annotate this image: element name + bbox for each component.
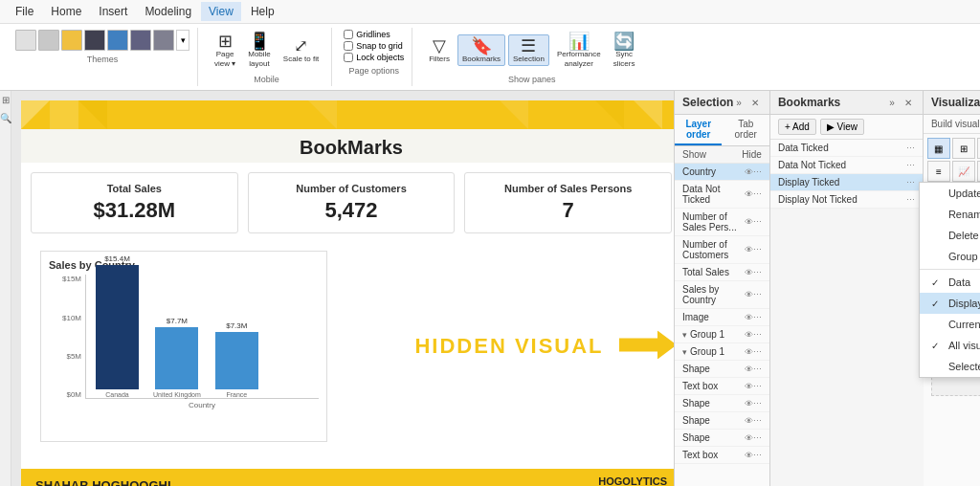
ctx-selected-visuals[interactable]: Selected visuals bbox=[920, 356, 980, 377]
theme-1[interactable] bbox=[15, 30, 36, 51]
item-country-eye[interactable]: 👁 bbox=[745, 167, 753, 177]
mobile-layout-btn[interactable]: 📱 Mobilelayout bbox=[243, 30, 276, 71]
ctx-rename[interactable]: Rename bbox=[920, 204, 980, 225]
bookmark-data-ticked[interactable]: Data Ticked ⋯ bbox=[770, 140, 923, 157]
list-item-sales-persons[interactable]: Number of Sales Pers... 👁 ⋯ bbox=[675, 209, 769, 236]
menu-help[interactable]: Help bbox=[243, 2, 282, 21]
bookmark-data-not-ticked-more[interactable]: ⋯ bbox=[906, 161, 915, 170]
item-customers-eye[interactable]: 👁 bbox=[745, 245, 753, 254]
bookmarks-add-btn[interactable]: + Add bbox=[778, 119, 816, 135]
list-item-textbox2[interactable]: Text box 👁 ⋯ bbox=[675, 447, 769, 464]
menu-insert[interactable]: Insert bbox=[91, 2, 135, 21]
bookmark-display-not-ticked-more[interactable]: ⋯ bbox=[906, 195, 915, 205]
scale-to-fit-btn[interactable]: ⤢ Scale to fit bbox=[278, 34, 323, 67]
item-shape4-more[interactable]: ⋯ bbox=[753, 433, 762, 443]
list-item-country[interactable]: Country 👁 ⋯ bbox=[675, 164, 769, 181]
snap-label[interactable]: Snap to grid bbox=[344, 41, 404, 51]
item-group1a-eye[interactable]: 👁 bbox=[745, 330, 753, 340]
ctx-display[interactable]: ✓ Display bbox=[920, 293, 980, 314]
item-data-not-ticked-more[interactable]: ⋯ bbox=[753, 189, 762, 199]
bookmarks-pin-btn[interactable]: » bbox=[886, 97, 898, 109]
ctx-all-visuals[interactable]: ✓ All visuals bbox=[920, 335, 980, 356]
lock-label[interactable]: Lock objects bbox=[344, 53, 404, 62]
item-shape4-eye[interactable]: 👁 bbox=[745, 433, 753, 443]
theme-5[interactable] bbox=[107, 30, 128, 51]
bookmark-display-ticked-more[interactable]: ⋯ bbox=[906, 178, 915, 188]
snap-checkbox[interactable] bbox=[344, 41, 353, 51]
item-shape3-more[interactable]: ⋯ bbox=[753, 416, 762, 426]
theme-2[interactable] bbox=[38, 30, 59, 51]
item-total-sales-eye[interactable]: 👁 bbox=[745, 268, 753, 277]
bookmarks-btn[interactable]: 🔖 Bookmarks bbox=[457, 34, 505, 67]
list-item-shape3[interactable]: Shape 👁 ⋯ bbox=[675, 412, 769, 430]
menu-view[interactable]: View bbox=[201, 2, 241, 21]
menu-modeling[interactable]: Modeling bbox=[137, 2, 199, 21]
selection-pin-btn[interactable]: » bbox=[733, 97, 745, 109]
selection-btn[interactable]: ☰ Selection bbox=[508, 34, 549, 67]
viz-icon-line[interactable]: 📈 bbox=[952, 161, 975, 182]
gridlines-label[interactable]: Gridlines bbox=[344, 30, 404, 39]
theme-3[interactable] bbox=[61, 30, 82, 51]
item-shape2-eye[interactable]: 👁 bbox=[745, 399, 753, 409]
bookmark-display-ticked[interactable]: Display Ticked ⋯ bbox=[770, 174, 923, 191]
theme-6[interactable] bbox=[130, 30, 151, 51]
canvas-area[interactable]: BookMarks Total Sales $31.28M Number of … bbox=[11, 91, 674, 486]
ctx-update[interactable]: Update bbox=[920, 183, 980, 204]
list-item-group1a[interactable]: ▾ Group 1 👁 ⋯ bbox=[675, 326, 769, 343]
item-textbox1-eye[interactable]: 👁 bbox=[745, 382, 753, 391]
bookmark-display-not-ticked[interactable]: Display Not Ticked ⋯ bbox=[770, 191, 923, 209]
item-data-not-ticked-eye[interactable]: 👁 bbox=[745, 189, 753, 199]
item-shape1-eye[interactable]: 👁 bbox=[745, 364, 753, 374]
item-image-eye[interactable]: 👁 bbox=[745, 313, 753, 322]
performance-btn[interactable]: 📊 Performanceanalyzer bbox=[552, 30, 606, 71]
list-item-image[interactable]: Image 👁 ⋯ bbox=[675, 309, 769, 326]
menu-file[interactable]: File bbox=[8, 2, 41, 21]
item-sales-persons-more[interactable]: ⋯ bbox=[753, 217, 762, 227]
theme-4[interactable] bbox=[84, 30, 105, 51]
viz-icon-table[interactable]: ▦ bbox=[927, 138, 950, 159]
viz-icon-clustered-bar[interactable]: ≡ bbox=[927, 161, 950, 182]
item-customers-more[interactable]: ⋯ bbox=[753, 245, 762, 254]
item-sales-persons-eye[interactable]: 👁 bbox=[745, 217, 753, 227]
list-item-customers[interactable]: Number of Customers 👁 ⋯ bbox=[675, 236, 769, 264]
sidebar-icon-2[interactable]: 🔍 bbox=[0, 113, 11, 123]
bookmark-data-ticked-more[interactable]: ⋯ bbox=[906, 144, 915, 153]
item-shape1-more[interactable]: ⋯ bbox=[753, 364, 762, 374]
tab-layer-order[interactable]: Layer order bbox=[675, 115, 722, 145]
item-group1b-more[interactable]: ⋯ bbox=[753, 347, 762, 357]
item-total-sales-more[interactable]: ⋯ bbox=[753, 268, 762, 277]
ctx-current-page[interactable]: Current page bbox=[920, 314, 980, 335]
list-item-sales-by-country[interactable]: Sales by Country 👁 ⋯ bbox=[675, 281, 769, 309]
sync-slicers-btn[interactable]: 🔄 Syncslicers bbox=[609, 30, 640, 71]
theme-7[interactable] bbox=[153, 30, 174, 51]
item-textbox2-more[interactable]: ⋯ bbox=[753, 451, 762, 460]
drill-fields-drop-area[interactable] bbox=[931, 377, 980, 396]
selection-close-btn[interactable]: ✕ bbox=[748, 97, 762, 109]
item-country-more[interactable]: ⋯ bbox=[753, 167, 762, 177]
list-item-textbox1[interactable]: Text box 👁 ⋯ bbox=[675, 378, 769, 395]
ctx-data[interactable]: ✓ Data bbox=[920, 272, 980, 293]
item-group1a-more[interactable]: ⋯ bbox=[753, 330, 762, 340]
list-item-shape2[interactable]: Shape 👁 ⋯ bbox=[675, 395, 769, 412]
item-shape2-more[interactable]: ⋯ bbox=[753, 399, 762, 409]
item-sales-by-country-more[interactable]: ⋯ bbox=[753, 290, 762, 299]
bookmarks-close-btn[interactable]: ✕ bbox=[902, 97, 915, 109]
item-group1b-eye[interactable]: 👁 bbox=[745, 347, 753, 357]
filters-btn[interactable]: ▽ Filters bbox=[424, 34, 455, 67]
sidebar-icon-1[interactable]: ⊞ bbox=[2, 95, 10, 105]
item-textbox2-eye[interactable]: 👁 bbox=[745, 451, 753, 460]
item-textbox1-more[interactable]: ⋯ bbox=[753, 382, 762, 391]
list-item-data-not-ticked[interactable]: Data Not Ticked 👁 ⋯ bbox=[675, 181, 769, 209]
page-view-btn[interactable]: ⊞ Pageview ▾ bbox=[210, 30, 240, 71]
lock-checkbox[interactable] bbox=[344, 53, 353, 62]
item-shape3-eye[interactable]: 👁 bbox=[745, 416, 753, 426]
theme-dropdown[interactable]: ▾ bbox=[176, 30, 189, 51]
list-item-group1b[interactable]: ▾ Group 1 👁 ⋯ bbox=[675, 343, 769, 361]
list-item-shape1[interactable]: Shape 👁 ⋯ bbox=[675, 361, 769, 378]
list-item-shape4[interactable]: Shape 👁 ⋯ bbox=[675, 430, 769, 447]
menu-home[interactable]: Home bbox=[43, 2, 89, 21]
bookmarks-view-btn[interactable]: ▶ View bbox=[820, 119, 864, 135]
gridlines-checkbox[interactable] bbox=[344, 30, 353, 39]
ctx-group[interactable]: Group bbox=[920, 246, 980, 267]
ctx-delete[interactable]: Delete bbox=[920, 225, 980, 246]
